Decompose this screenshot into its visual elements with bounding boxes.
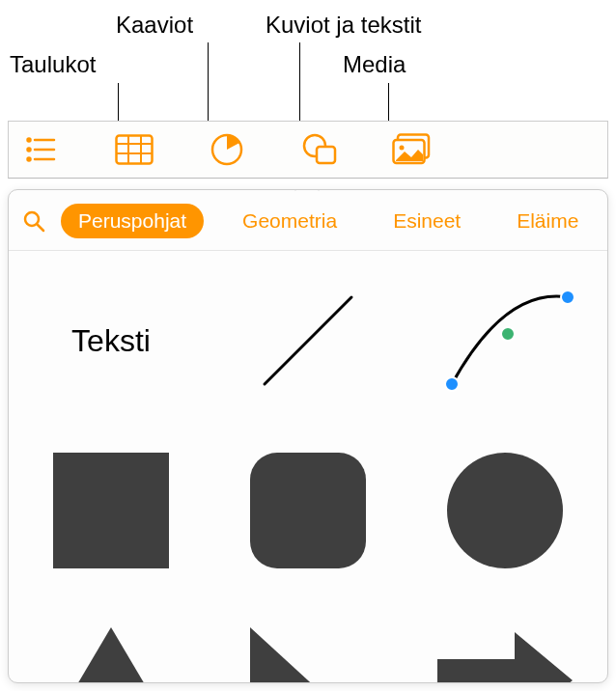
outline-button[interactable]	[18, 126, 65, 173]
svg-point-2	[28, 149, 31, 152]
svg-marker-28	[437, 632, 573, 682]
callout-media: Media	[343, 51, 406, 78]
callout-taulukot: Taulukot	[10, 51, 96, 78]
callout-line	[299, 42, 300, 131]
callout-line	[208, 42, 209, 131]
shape-line[interactable]	[229, 268, 387, 413]
tab-peruspohjat[interactable]: Peruspohjat	[61, 204, 204, 238]
svg-rect-6	[117, 136, 153, 164]
svg-line-19	[265, 297, 351, 384]
svg-point-17	[25, 212, 39, 226]
shapes-grid: Teksti	[9, 251, 607, 682]
shapes-popover: Peruspohjat Geometria Esineet Eläime Tek…	[8, 189, 608, 683]
svg-point-21	[501, 327, 515, 341]
shape-square[interactable]	[32, 438, 190, 583]
svg-point-25	[447, 453, 563, 568]
svg-point-16	[400, 146, 405, 151]
shape-text[interactable]: Teksti	[32, 268, 190, 413]
toolbar	[8, 121, 608, 179]
shape-text-label: Teksti	[71, 323, 151, 359]
tab-elaimet[interactable]: Eläime	[499, 204, 596, 238]
shape-rounded-square[interactable]	[229, 438, 387, 583]
charts-button[interactable]	[204, 126, 250, 173]
search-icon[interactable]	[20, 207, 47, 235]
callout-kuviot: Kuviot ja tekstit	[266, 12, 421, 39]
shapes-button[interactable]	[296, 126, 343, 173]
svg-line-18	[38, 225, 43, 231]
callout-kaaviot: Kaaviot	[116, 12, 193, 39]
svg-point-4	[28, 158, 31, 161]
tables-button[interactable]	[111, 126, 157, 173]
media-button[interactable]	[389, 126, 435, 173]
tab-esineet[interactable]: Esineet	[376, 204, 478, 238]
svg-point-22	[561, 290, 574, 304]
svg-marker-27	[250, 627, 366, 682]
shape-right-triangle[interactable]	[229, 608, 387, 682]
svg-point-0	[28, 139, 31, 142]
shape-triangle[interactable]	[32, 608, 190, 682]
category-tabs: Peruspohjat Geometria Esineet Eläime	[61, 204, 596, 238]
svg-rect-24	[250, 453, 366, 568]
shape-curve[interactable]	[426, 268, 584, 413]
tab-geometria[interactable]: Geometria	[225, 204, 354, 238]
svg-rect-13	[317, 147, 335, 163]
shape-arrow-right[interactable]	[426, 608, 584, 682]
svg-rect-23	[53, 453, 169, 568]
svg-point-20	[445, 377, 459, 391]
svg-marker-26	[48, 627, 174, 682]
shape-circle[interactable]	[426, 438, 584, 583]
